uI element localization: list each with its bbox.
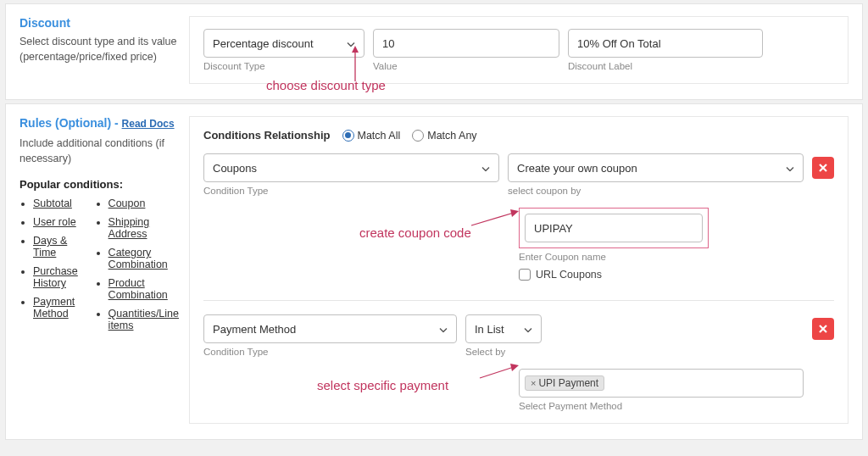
operator-label: Select by [465, 347, 542, 357]
delete-condition-button[interactable] [812, 318, 834, 340]
condition-type-select[interactable]: Payment Method [203, 314, 457, 343]
discount-type-value: Percentage discount [213, 37, 314, 50]
pop-col-2: Coupon Shipping Address Category Combina… [95, 197, 179, 338]
discount-panel: Discount Select discount type and its va… [5, 3, 863, 100]
radio-icon [412, 130, 424, 142]
popular-conditions: Subtotal User role Days & Time Purchase … [19, 197, 179, 338]
svg-line-2 [471, 213, 514, 225]
condition-row: Coupons Condition Type Create your own c… [203, 153, 834, 196]
rules-left: Rules (Optional) - Read Docs Include add… [19, 116, 189, 424]
chevron-down-icon [481, 162, 490, 175]
pop-link[interactable]: Payment Method [33, 296, 75, 320]
discount-right: Percentage discount Discount Type 10 Val… [189, 16, 849, 84]
payment-select-label: Select Payment Method [519, 401, 804, 411]
rules-desc: Include additional conditions (if necess… [19, 136, 179, 166]
coupon-by-label: select coupon by [508, 186, 804, 196]
condition-type-label: Condition Type [203, 186, 499, 196]
radio-icon [342, 130, 354, 142]
anno-discount-type: choose discount type [266, 78, 386, 92]
cond-rel-label: Conditions Relationship [203, 129, 331, 142]
discount-desc: Select discount type and its value (perc… [19, 35, 179, 64]
pop-link[interactable]: Product Combination [108, 277, 168, 301]
match-any-radio[interactable]: Match Any [412, 130, 476, 142]
rules-title: Rules (Optional) - Read Docs [19, 116, 175, 130]
payment-sub-row: × UPI Payment Select Payment Method [519, 369, 804, 411]
anno-coupon: create coupon code [359, 225, 471, 240]
discount-label-input[interactable]: 10% Off On Total [568, 29, 763, 58]
discount-label-value: 10% Off On Total [577, 37, 661, 50]
close-icon[interactable]: × [531, 378, 536, 388]
payment-method-input[interactable]: × UPI Payment [519, 369, 804, 398]
anno-payment: select specific payment [317, 378, 448, 392]
coupon-by-select[interactable]: Create your own coupon [508, 153, 804, 182]
delete-condition-button[interactable] [812, 157, 834, 179]
condition-row: Payment Method Condition Type In List Se… [203, 314, 834, 357]
pop-link[interactable]: User role [33, 216, 76, 228]
svg-marker-3 [510, 209, 519, 217]
close-icon [818, 324, 828, 334]
pop-col-1: Subtotal User role Days & Time Purchase … [19, 197, 80, 338]
discount-left: Discount Select discount type and its va… [19, 16, 189, 84]
divider [203, 300, 834, 301]
checkbox-icon [519, 269, 531, 281]
discount-value-input[interactable]: 10 [373, 29, 559, 58]
condition-type-label: Condition Type [203, 347, 457, 357]
popular-conditions-head: Popular conditions: [19, 178, 179, 191]
rules-right: Conditions Relationship Match All Match … [189, 116, 849, 424]
chevron-down-icon [786, 162, 794, 175]
discount-type-select[interactable]: Percentage discount [203, 29, 364, 58]
close-icon [818, 163, 828, 173]
payment-tag[interactable]: × UPI Payment [525, 375, 604, 391]
coupon-name-label: Enter Coupon name [519, 252, 834, 262]
discount-label-label: Discount Label [568, 61, 763, 71]
url-coupons-checkbox[interactable]: URL Coupons [519, 269, 602, 281]
pop-link[interactable]: Coupon [108, 197, 146, 209]
discount-title: Discount [19, 16, 179, 30]
pop-link[interactable]: Shipping Address [108, 216, 150, 240]
coupon-sub-row: UPIPAY Enter Coupon name URL Coupons [519, 208, 834, 283]
conditions-relationship-row: Conditions Relationship Match All Match … [203, 129, 834, 142]
coupon-box: UPIPAY [519, 208, 709, 248]
pop-link[interactable]: Category Combination [108, 247, 168, 270]
condition-type-select[interactable]: Coupons [203, 153, 499, 182]
coupon-name-input[interactable]: UPIPAY [525, 214, 703, 242]
chevron-down-icon [439, 323, 448, 336]
discount-value: 10 [382, 37, 394, 50]
pop-link[interactable]: Purchase History [33, 265, 78, 289]
arrow-icon [470, 209, 520, 229]
rules-panel: Rules (Optional) - Read Docs Include add… [5, 103, 863, 440]
chevron-down-icon [524, 323, 532, 336]
pop-link[interactable]: Days & Time [33, 235, 67, 259]
discount-value-label: Value [373, 61, 559, 71]
operator-select[interactable]: In List [465, 314, 542, 343]
pop-link[interactable]: Quantities/Line items [108, 308, 179, 331]
read-docs-link[interactable]: Read Docs [122, 118, 175, 130]
svg-marker-5 [510, 364, 519, 371]
discount-type-label: Discount Type [203, 61, 364, 71]
pop-link[interactable]: Subtotal [33, 197, 72, 209]
match-all-radio[interactable]: Match All [342, 130, 401, 142]
arrow-icon [478, 363, 520, 381]
chevron-down-icon [347, 37, 355, 50]
svg-line-4 [480, 367, 514, 378]
